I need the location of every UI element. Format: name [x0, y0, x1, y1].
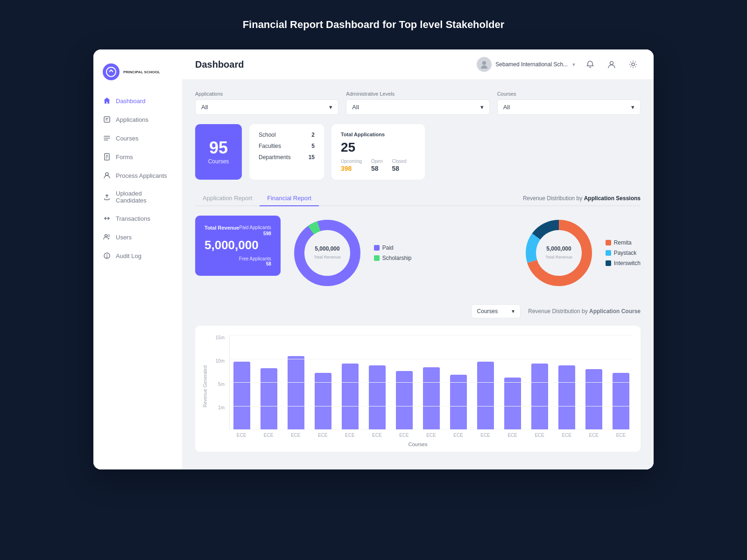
- x-axis-title: Courses: [203, 441, 633, 447]
- sidebar: PRINCIPAL SCHOOL Dashboard: [93, 49, 182, 469]
- applications-filter-label: Applications: [195, 91, 338, 97]
- legend-scholarship: Scholarship: [374, 255, 412, 261]
- bar-chart-section: Courses ▾ Revenue Distribution by Applic…: [195, 304, 641, 452]
- bar: [315, 373, 331, 430]
- svg-point-10: [108, 235, 110, 237]
- settings-button[interactable]: [626, 57, 641, 72]
- bar: [585, 369, 602, 430]
- bar-section-header: Courses ▾ Revenue Distribution by Applic…: [195, 304, 641, 318]
- user-name: Sebamed International Sch...: [495, 61, 568, 68]
- svg-point-8: [106, 173, 108, 175]
- remita-label: Remita: [614, 239, 632, 246]
- sidebar-item-transactions[interactable]: Transactions: [93, 209, 182, 228]
- filter-group-courses: Courses All ▾: [497, 91, 641, 115]
- bar-courses-select[interactable]: Courses ▾: [471, 304, 521, 318]
- y-axis-labels: 15m 10m 5m 1m: [211, 335, 225, 438]
- bar: [288, 356, 304, 430]
- tab-financial-report[interactable]: Financial Report: [260, 191, 319, 206]
- bars-grid: [229, 335, 633, 430]
- donut2-center-value: 5,000,000: [546, 245, 571, 252]
- admin-select[interactable]: All ▾: [346, 99, 489, 115]
- sidebar-item-forms[interactable]: Forms: [93, 147, 182, 166]
- donut2-legend: Remita Paystack Interswitch: [606, 239, 641, 266]
- y-label-10m: 10m: [216, 358, 225, 364]
- bar: [369, 365, 386, 430]
- upcoming-label: Upcoming: [341, 159, 362, 164]
- courses-count-card: 95 Courses: [195, 124, 242, 180]
- sidebar-item-dashboard[interactable]: Dashboard: [93, 91, 182, 110]
- sidebar-item-label-audit-log: Audit Log: [116, 252, 141, 259]
- sidebar-logo: PRINCIPAL SCHOOL: [93, 59, 182, 91]
- sidebar-item-courses[interactable]: Courses: [93, 129, 182, 147]
- closed-label: Closed: [392, 159, 407, 164]
- app-container: PRINCIPAL SCHOOL Dashboard: [93, 49, 654, 469]
- x-label: ECE: [419, 433, 443, 438]
- y-label-5m: 5m: [218, 382, 225, 387]
- open-value: 58: [371, 165, 382, 172]
- total-revenue-card: Total Revenue Paid Applicants 598 5,000,…: [195, 216, 281, 276]
- x-label: ECE: [392, 433, 416, 438]
- paystack-label: Paystack: [614, 250, 637, 256]
- bar: [450, 375, 467, 430]
- chevron-down-icon: ▾: [329, 104, 332, 111]
- admin-select-value: All: [352, 104, 359, 111]
- svg-point-14: [482, 61, 486, 65]
- courses-select[interactable]: All ▾: [497, 99, 641, 115]
- applications-select[interactable]: All ▾: [195, 99, 338, 115]
- sidebar-item-uploaded-candidates[interactable]: Uploaded Candidates: [93, 185, 182, 209]
- svg-point-9: [105, 235, 107, 237]
- svg-point-13: [106, 257, 107, 258]
- donut-chart-2-section: 5,000,000 Total Revenue Remita Paystack: [521, 216, 641, 290]
- upcoming-value: 398: [341, 165, 362, 172]
- total-app-num: 25: [341, 140, 416, 155]
- x-label: ECE: [310, 433, 335, 438]
- sidebar-item-applications[interactable]: Applications: [93, 110, 182, 129]
- sidebar-item-audit-log[interactable]: Audit Log: [93, 246, 182, 265]
- donut1-center-label: Total Revenue: [314, 255, 341, 259]
- x-label: ECE: [338, 433, 362, 438]
- header: Dashboard Sebamed International Sch... ▼: [182, 49, 654, 80]
- bar-col: [609, 335, 633, 430]
- y-label-15m: 15m: [216, 335, 225, 340]
- sidebar-item-users[interactable]: Users: [93, 228, 182, 246]
- paid-applicants-label: Paid Applicants: [239, 225, 271, 230]
- courses-count: 95: [209, 140, 228, 156]
- departments-breakdown: Departments 15: [259, 154, 315, 161]
- x-label: ECE: [500, 433, 525, 438]
- svg-point-15: [610, 62, 613, 65]
- donut1-center-value: 5,000,000: [315, 245, 340, 252]
- bar: [423, 367, 440, 430]
- total-revenue-value: 5,000,000: [204, 238, 271, 252]
- forms-icon: [103, 153, 111, 161]
- school-value: 2: [311, 132, 315, 138]
- bar: [504, 378, 521, 430]
- interswitch-dot: [606, 260, 611, 266]
- closed-status: Closed 58: [392, 159, 407, 172]
- sidebar-item-label-transactions: Transactions: [116, 215, 150, 222]
- bar-col: [392, 335, 416, 430]
- bars-wrapper: ECEECEECEECEECEECEECEECEECEECEECEECEECEE…: [229, 335, 633, 438]
- bar: [613, 373, 629, 430]
- profile-button[interactable]: [604, 57, 619, 72]
- sidebar-item-label-applications: Applications: [116, 116, 148, 123]
- closed-value: 58: [392, 165, 407, 172]
- tab-application-report[interactable]: Application Report: [195, 191, 260, 206]
- user-info[interactable]: Sebamed International Sch... ▼: [477, 57, 576, 72]
- filter-group-admin: Administrative Levels All ▾: [346, 91, 489, 115]
- sidebar-item-process-applicants[interactable]: Process Applicants: [93, 166, 182, 185]
- chevron-down-icon: ▾: [631, 104, 634, 111]
- bar-col: [473, 335, 498, 430]
- x-label: ECE: [528, 433, 552, 438]
- free-applicants-value: 58: [204, 261, 271, 266]
- main-content: Dashboard Sebamed International Sch... ▼: [182, 49, 654, 469]
- open-status: Open 58: [371, 159, 382, 172]
- avatar: [477, 57, 492, 72]
- bar-col: [311, 335, 335, 430]
- y-axis-title-area: Revenue Generated: [203, 335, 211, 438]
- sidebar-item-label-users: Users: [116, 234, 132, 241]
- bar-col: [555, 335, 579, 430]
- svg-point-16: [632, 63, 634, 66]
- school-breakdown: School 2: [259, 132, 315, 138]
- bar: [261, 368, 277, 430]
- notification-button[interactable]: [583, 57, 598, 72]
